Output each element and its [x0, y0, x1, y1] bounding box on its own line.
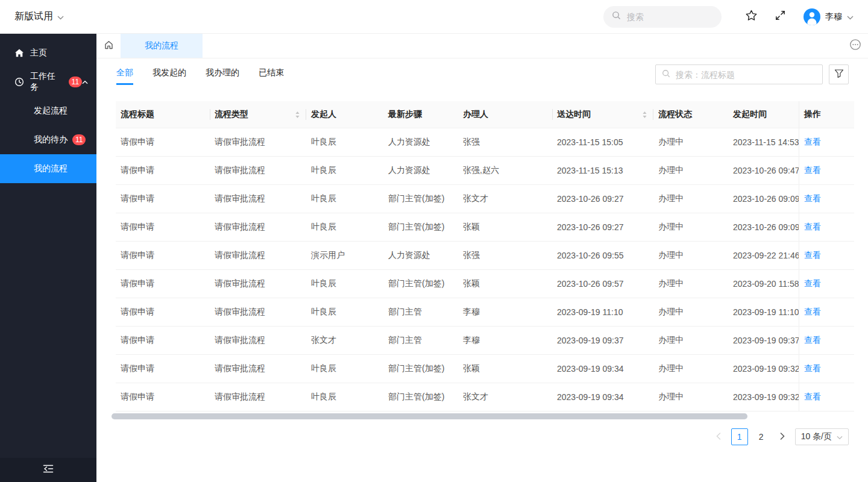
sidebar-item-label: 我的待办: [34, 134, 68, 145]
cell-title: 请假申请: [116, 185, 210, 213]
cell-status: 办理中: [653, 327, 728, 354]
cell-type: 请假审批流程: [210, 383, 306, 411]
sorter-icon[interactable]: [295, 111, 300, 119]
cell-initiator: 叶良辰: [306, 298, 383, 326]
cell-step: 部门主管(加签): [383, 355, 458, 383]
sidebar-item-my-processes[interactable]: 我的流程: [0, 154, 96, 183]
home-outline-icon: [104, 40, 114, 52]
cell-initiator: 叶良辰: [306, 355, 383, 383]
sidebar-menu: 主页工作任务11发起流程我的待办11我的流程: [0, 34, 96, 183]
column-label: 流程类型: [215, 109, 248, 120]
fullscreen-button[interactable]: [770, 7, 790, 27]
cell-op: 查看: [799, 270, 854, 298]
home-icon: [14, 48, 24, 58]
page-2-button[interactable]: 2: [753, 428, 770, 445]
sidebar-item-my-todo[interactable]: 我的待办11: [0, 125, 96, 154]
table-body: 请假申请请假审批流程叶良辰人力资源处张强2023-11-15 15:05办理中2…: [116, 128, 854, 412]
avatar: [804, 8, 820, 25]
page-size-select[interactable]: 10 条/页: [795, 428, 849, 445]
view-link[interactable]: 查看: [804, 392, 821, 402]
cell-status: 办理中: [653, 298, 728, 326]
collapse-sidebar-button[interactable]: [0, 458, 96, 482]
cell-status: 办理中: [653, 383, 728, 411]
filter-tab-finished[interactable]: 已结束: [259, 67, 284, 85]
global-search[interactable]: [603, 6, 722, 28]
cell-step: 人力资源处: [383, 128, 458, 156]
cell-delivered: 2023-10-26 09:27: [552, 185, 653, 213]
app-switcher[interactable]: 新版试用: [14, 10, 64, 23]
chevron-right-icon: [780, 432, 785, 442]
filter-button[interactable]: [829, 64, 849, 84]
view-link[interactable]: 查看: [804, 307, 821, 318]
chevron-left-icon: [716, 432, 721, 442]
view-link[interactable]: 查看: [804, 335, 821, 346]
column-header-type[interactable]: 流程类型: [210, 101, 306, 128]
tab-options-button[interactable]: [849, 39, 861, 53]
filter-tab-initiated-by-me[interactable]: 我发起的: [153, 67, 186, 85]
cell-started: 2023-09-20 11:58: [728, 270, 799, 298]
cell-type: 请假审批流程: [210, 213, 306, 241]
view-link[interactable]: 查看: [804, 278, 821, 289]
cell-step: 部门主管(加签): [383, 270, 458, 298]
cell-delivered: 2023-10-26 09:55: [552, 242, 653, 269]
view-link[interactable]: 查看: [804, 137, 821, 148]
cell-status: 办理中: [653, 185, 728, 213]
sidebar-item-home[interactable]: 主页: [0, 39, 96, 67]
table-row: 请假申请请假审批流程叶良辰部门主管(加签)张文才2023-09-19 09:34…: [116, 383, 854, 412]
cell-initiator: 叶良辰: [306, 128, 383, 156]
process-search-input[interactable]: [675, 69, 816, 80]
column-label: 最新步骤: [388, 109, 422, 120]
cell-op: 查看: [799, 355, 854, 383]
cell-title: 请假申请: [116, 157, 210, 184]
scrollbar-thumb[interactable]: [112, 413, 747, 419]
table-row: 请假申请请假审批流程叶良辰部门主管(加签)张颖2023-10-26 09:57办…: [116, 270, 854, 298]
favorite-button[interactable]: [741, 7, 761, 27]
cell-started: 2023-10-26 09:47: [728, 157, 799, 184]
view-link[interactable]: 查看: [804, 165, 821, 176]
global-search-input[interactable]: [626, 11, 710, 22]
count-badge: 11: [69, 77, 82, 87]
cell-type: 请假审批流程: [210, 270, 306, 298]
next-page-button[interactable]: [775, 428, 790, 445]
filter-tab-all[interactable]: 全部: [116, 67, 133, 85]
cell-status: 办理中: [653, 270, 728, 298]
cell-handler: 张颖: [458, 213, 552, 241]
page-1-button[interactable]: 1: [731, 428, 748, 445]
column-header-handler: 办理人: [458, 101, 552, 128]
cell-step: 部门主管: [383, 298, 458, 326]
view-link[interactable]: 查看: [804, 363, 821, 374]
sidebar-item-work-tasks[interactable]: 工作任务11: [0, 67, 96, 96]
view-link[interactable]: 查看: [804, 193, 821, 204]
clock-icon: [14, 77, 24, 87]
sidebar-item-label: 我的流程: [34, 163, 68, 174]
view-link[interactable]: 查看: [804, 250, 821, 261]
table-header: 流程标题流程类型发起人最新步骤办理人送达时间流程状态发起时间操作: [116, 101, 854, 128]
process-search[interactable]: [655, 64, 823, 84]
sidebar-item-start-process[interactable]: 发起流程: [0, 96, 96, 125]
cell-started: 2023-09-19 09:37: [728, 327, 799, 354]
tab-my-processes[interactable]: 我的流程: [121, 34, 203, 58]
topbar-actions: 李穆: [603, 6, 854, 28]
sorter-icon[interactable]: [642, 111, 647, 119]
column-header-status: 流程状态: [653, 101, 728, 128]
cell-delivered: 2023-09-19 09:37: [552, 327, 653, 354]
user-menu[interactable]: 李穆: [804, 8, 854, 25]
cell-step: 人力资源处: [383, 242, 458, 269]
cell-title: 请假申请: [116, 270, 210, 298]
funnel-icon: [834, 69, 844, 81]
cell-op: 查看: [799, 128, 854, 156]
cell-type: 请假审批流程: [210, 242, 306, 269]
prev-page-button[interactable]: [711, 428, 726, 445]
count-badge: 11: [72, 134, 86, 145]
cell-delivered: 2023-11-15 15:05: [552, 128, 653, 156]
cell-delivered: 2023-11-15 15:13: [552, 157, 653, 184]
home-tab[interactable]: [96, 34, 121, 58]
cell-status: 办理中: [653, 157, 728, 184]
table-row: 请假申请请假审批流程叶良辰部门主管(加签)张文才2023-10-26 09:27…: [116, 185, 854, 213]
cell-title: 请假申请: [116, 242, 210, 269]
view-link[interactable]: 查看: [804, 222, 821, 233]
column-header-delivered[interactable]: 送达时间: [552, 101, 653, 128]
page-size-value: 10 条/页: [801, 431, 832, 442]
filter-tab-handled-by-me[interactable]: 我办理的: [206, 67, 239, 85]
cell-op: 查看: [799, 298, 854, 326]
